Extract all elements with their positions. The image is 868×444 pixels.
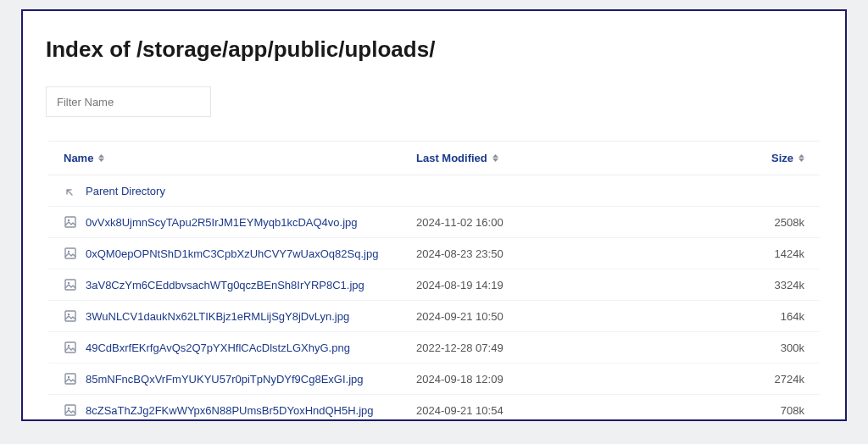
svg-point-11	[68, 376, 70, 378]
file-modified-cell: 2024-09-21 10:50	[416, 310, 679, 323]
file-name-cell: 8cZSaThZJg2FKwWYpx6N88PUmsBr5DYoxHndQH5H…	[64, 403, 416, 417]
page-title: Index of /storage/app/public/uploads/	[23, 11, 845, 86]
arrow-up-left-icon	[64, 184, 77, 197]
file-size-cell: 708k	[679, 404, 804, 417]
svg-point-13	[68, 408, 70, 409]
parent-directory-row[interactable]: Parent Directory	[48, 175, 820, 207]
directory-listing-frame: Index of /storage/app/public/uploads/ Na…	[21, 9, 847, 421]
table-body: Parent Directory 0vVxk8UjmnScyTApu2R5IrJ…	[48, 175, 820, 421]
table-row[interactable]: 8cZSaThZJg2FKwWYpx6N88PUmsBr5DYoxHndQH5H…	[48, 395, 820, 421]
file-modified-cell: 2024-08-19 14:19	[416, 279, 679, 291]
image-file-icon	[64, 372, 77, 386]
sort-icon	[798, 154, 804, 162]
file-name-cell: 0vVxk8UjmnScyTApu2R5IrJM1EYMyqb1kcDAQ4vo…	[64, 215, 416, 229]
file-table-wrap: Name Last Modified Size	[23, 141, 845, 421]
file-size-cell: 3324k	[679, 279, 804, 291]
file-link[interactable]: 3WuNLCV1daukNx62LTIKBjz1eRMLijSgY8jDvLyn…	[86, 310, 349, 323]
parent-directory-cell: Parent Directory	[64, 184, 416, 197]
svg-rect-10	[65, 374, 75, 384]
table-row[interactable]: 85mNFncBQxVrFmYUKYU57r0piTpNyDYf9Cg8ExGI…	[48, 364, 820, 395]
file-size-cell: 2508k	[679, 216, 804, 229]
table-row[interactable]: 3aV8CzYm6CEddbvsachWTg0qczBEnSh8IrYRP8C1…	[48, 269, 820, 301]
file-name-cell: 3aV8CzYm6CEddbvsachWTg0qczBEnSh8IrYRP8C1…	[64, 278, 416, 291]
file-link[interactable]: 0vVxk8UjmnScyTApu2R5IrJM1EYMyqb1kcDAQ4vo…	[86, 216, 358, 229]
svg-rect-12	[65, 405, 75, 415]
file-table: Name Last Modified Size	[48, 141, 820, 421]
column-label-size: Size	[771, 152, 793, 164]
image-file-icon	[64, 278, 77, 291]
svg-point-9	[68, 345, 70, 347]
file-modified-cell: 2024-09-21 10:54	[416, 404, 679, 417]
file-link[interactable]: 8cZSaThZJg2FKwWYpx6N88PUmsBr5DYoxHndQH5H…	[86, 404, 374, 417]
file-modified-cell: 2022-12-28 07:49	[416, 341, 679, 354]
table-row[interactable]: 49CdBxrfEKrfgAvQs2Q7pYXHflCAcDlstzLGXhyG…	[48, 332, 820, 364]
file-name-cell: 3WuNLCV1daukNx62LTIKBjz1eRMLijSgY8jDvLyn…	[64, 309, 416, 323]
svg-point-7	[68, 314, 70, 315]
svg-rect-6	[65, 311, 75, 321]
sort-icon	[492, 154, 498, 162]
image-file-icon	[64, 341, 77, 354]
image-file-icon	[64, 247, 77, 260]
svg-rect-8	[65, 342, 75, 352]
column-header-size[interactable]: Size	[679, 152, 804, 164]
svg-rect-0	[65, 217, 75, 227]
filter-container	[23, 86, 845, 141]
table-row[interactable]: 0xQM0epOPNtShD1kmC3CpbXzUhCVY7wUaxOq82Sq…	[48, 238, 820, 269]
table-row[interactable]: 3WuNLCV1daukNx62LTIKBjz1eRMLijSgY8jDvLyn…	[48, 301, 820, 332]
file-name-cell: 49CdBxrfEKrfgAvQs2Q7pYXHflCAcDlstzLGXhyG…	[64, 341, 416, 354]
sort-icon	[98, 154, 104, 162]
column-label-modified: Last Modified	[416, 152, 487, 164]
column-header-modified[interactable]: Last Modified	[416, 152, 679, 164]
file-name-cell: 0xQM0epOPNtShD1kmC3CpbXzUhCVY7wUaxOq82Sq…	[64, 247, 416, 260]
file-size-cell: 2724k	[679, 373, 804, 386]
file-size-cell: 164k	[679, 310, 804, 323]
file-name-cell: 85mNFncBQxVrFmYUKYU57r0piTpNyDYf9Cg8ExGI…	[64, 372, 416, 386]
file-modified-cell: 2024-08-23 23:50	[416, 247, 679, 260]
file-modified-cell: 2024-11-02 16:00	[416, 216, 679, 229]
image-file-icon	[64, 215, 77, 229]
table-header-row: Name Last Modified Size	[48, 142, 820, 175]
file-modified-cell: 2024-09-18 12:09	[416, 373, 679, 386]
file-link[interactable]: 85mNFncBQxVrFmYUKYU57r0piTpNyDYf9Cg8ExGI…	[86, 373, 364, 386]
svg-rect-4	[65, 280, 75, 290]
svg-point-5	[68, 282, 70, 284]
svg-rect-2	[65, 248, 75, 258]
file-link[interactable]: 49CdBxrfEKrfgAvQs2Q7pYXHflCAcDlstzLGXhyG…	[86, 341, 350, 354]
parent-directory-link[interactable]: Parent Directory	[86, 185, 165, 197]
image-file-icon	[64, 309, 77, 323]
column-label-name: Name	[64, 152, 93, 164]
filter-name-input[interactable]	[46, 86, 211, 117]
column-header-name[interactable]: Name	[64, 152, 416, 164]
image-file-icon	[64, 403, 77, 417]
table-row[interactable]: 0vVxk8UjmnScyTApu2R5IrJM1EYMyqb1kcDAQ4vo…	[48, 207, 820, 238]
svg-point-1	[68, 219, 70, 221]
file-size-cell: 300k	[679, 341, 804, 354]
file-link[interactable]: 0xQM0epOPNtShD1kmC3CpbXzUhCVY7wUaxOq82Sq…	[86, 247, 378, 260]
svg-point-3	[68, 251, 70, 253]
file-size-cell: 1424k	[679, 247, 804, 260]
file-link[interactable]: 3aV8CzYm6CEddbvsachWTg0qczBEnSh8IrYRP8C1…	[86, 279, 364, 291]
